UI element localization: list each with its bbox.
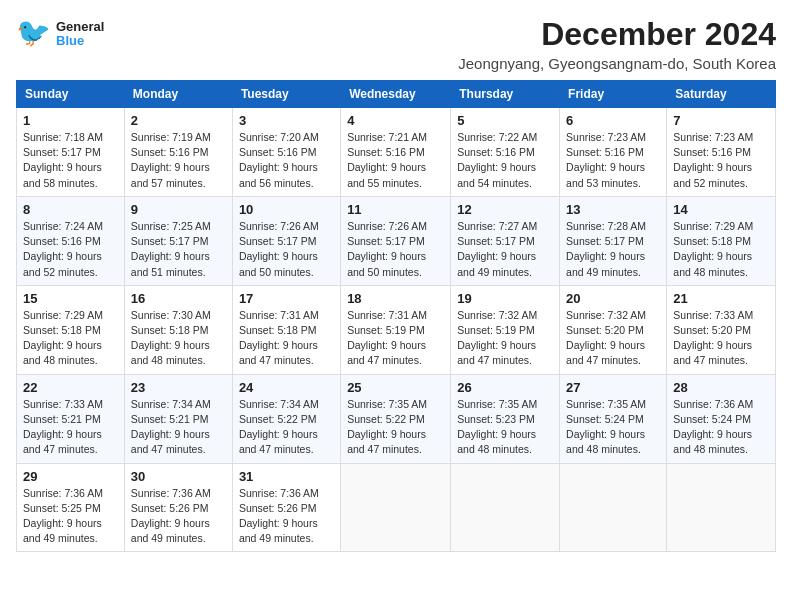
day-number: 28	[673, 380, 769, 395]
logo: 🐦 General Blue	[16, 16, 104, 52]
day-info: Sunrise: 7:24 AMSunset: 5:16 PMDaylight:…	[23, 219, 118, 280]
calendar-cell: 16Sunrise: 7:30 AMSunset: 5:18 PMDayligh…	[124, 285, 232, 374]
calendar-subtitle: Jeongnyang, Gyeongsangnam-do, South Kore…	[458, 55, 776, 72]
day-number: 8	[23, 202, 118, 217]
day-info: Sunrise: 7:31 AMSunset: 5:18 PMDaylight:…	[239, 308, 334, 369]
day-info: Sunrise: 7:30 AMSunset: 5:18 PMDaylight:…	[131, 308, 226, 369]
day-number: 19	[457, 291, 553, 306]
day-info: Sunrise: 7:23 AMSunset: 5:16 PMDaylight:…	[673, 130, 769, 191]
day-number: 7	[673, 113, 769, 128]
day-info: Sunrise: 7:35 AMSunset: 5:23 PMDaylight:…	[457, 397, 553, 458]
calendar-cell: 8Sunrise: 7:24 AMSunset: 5:16 PMDaylight…	[17, 196, 125, 285]
calendar-cell: 29Sunrise: 7:36 AMSunset: 5:25 PMDayligh…	[17, 463, 125, 552]
day-info: Sunrise: 7:35 AMSunset: 5:24 PMDaylight:…	[566, 397, 660, 458]
day-info: Sunrise: 7:25 AMSunset: 5:17 PMDaylight:…	[131, 219, 226, 280]
day-number: 23	[131, 380, 226, 395]
day-info: Sunrise: 7:20 AMSunset: 5:16 PMDaylight:…	[239, 130, 334, 191]
weekday-header-row: SundayMondayTuesdayWednesdayThursdayFrid…	[17, 81, 776, 108]
calendar-cell	[341, 463, 451, 552]
calendar-cell: 11Sunrise: 7:26 AMSunset: 5:17 PMDayligh…	[341, 196, 451, 285]
day-info: Sunrise: 7:36 AMSunset: 5:25 PMDaylight:…	[23, 486, 118, 547]
week-row-2: 8Sunrise: 7:24 AMSunset: 5:16 PMDaylight…	[17, 196, 776, 285]
weekday-header-saturday: Saturday	[667, 81, 776, 108]
day-info: Sunrise: 7:22 AMSunset: 5:16 PMDaylight:…	[457, 130, 553, 191]
calendar-cell: 10Sunrise: 7:26 AMSunset: 5:17 PMDayligh…	[232, 196, 340, 285]
day-number: 11	[347, 202, 444, 217]
day-info: Sunrise: 7:32 AMSunset: 5:19 PMDaylight:…	[457, 308, 553, 369]
calendar-table: SundayMondayTuesdayWednesdayThursdayFrid…	[16, 80, 776, 552]
weekday-header-sunday: Sunday	[17, 81, 125, 108]
day-number: 1	[23, 113, 118, 128]
calendar-cell: 14Sunrise: 7:29 AMSunset: 5:18 PMDayligh…	[667, 196, 776, 285]
day-info: Sunrise: 7:31 AMSunset: 5:19 PMDaylight:…	[347, 308, 444, 369]
day-info: Sunrise: 7:34 AMSunset: 5:22 PMDaylight:…	[239, 397, 334, 458]
calendar-cell	[451, 463, 560, 552]
logo-icon: 🐦	[16, 16, 52, 52]
day-number: 26	[457, 380, 553, 395]
calendar-cell: 4Sunrise: 7:21 AMSunset: 5:16 PMDaylight…	[341, 108, 451, 197]
calendar-cell: 25Sunrise: 7:35 AMSunset: 5:22 PMDayligh…	[341, 374, 451, 463]
day-number: 9	[131, 202, 226, 217]
day-info: Sunrise: 7:26 AMSunset: 5:17 PMDaylight:…	[239, 219, 334, 280]
calendar-cell: 21Sunrise: 7:33 AMSunset: 5:20 PMDayligh…	[667, 285, 776, 374]
day-number: 24	[239, 380, 334, 395]
day-number: 6	[566, 113, 660, 128]
calendar-cell: 15Sunrise: 7:29 AMSunset: 5:18 PMDayligh…	[17, 285, 125, 374]
day-number: 10	[239, 202, 334, 217]
day-info: Sunrise: 7:18 AMSunset: 5:17 PMDaylight:…	[23, 130, 118, 191]
day-number: 18	[347, 291, 444, 306]
day-number: 4	[347, 113, 444, 128]
calendar-cell: 5Sunrise: 7:22 AMSunset: 5:16 PMDaylight…	[451, 108, 560, 197]
day-info: Sunrise: 7:32 AMSunset: 5:20 PMDaylight:…	[566, 308, 660, 369]
day-info: Sunrise: 7:23 AMSunset: 5:16 PMDaylight:…	[566, 130, 660, 191]
day-info: Sunrise: 7:29 AMSunset: 5:18 PMDaylight:…	[23, 308, 118, 369]
day-number: 29	[23, 469, 118, 484]
day-info: Sunrise: 7:36 AMSunset: 5:24 PMDaylight:…	[673, 397, 769, 458]
day-number: 17	[239, 291, 334, 306]
calendar-cell: 27Sunrise: 7:35 AMSunset: 5:24 PMDayligh…	[560, 374, 667, 463]
week-row-1: 1Sunrise: 7:18 AMSunset: 5:17 PMDaylight…	[17, 108, 776, 197]
weekday-header-thursday: Thursday	[451, 81, 560, 108]
svg-text:🐦: 🐦	[16, 16, 51, 49]
calendar-cell: 17Sunrise: 7:31 AMSunset: 5:18 PMDayligh…	[232, 285, 340, 374]
day-number: 15	[23, 291, 118, 306]
logo-general-text: General	[56, 20, 104, 34]
day-info: Sunrise: 7:28 AMSunset: 5:17 PMDaylight:…	[566, 219, 660, 280]
calendar-cell	[667, 463, 776, 552]
logo-blue-text: Blue	[56, 34, 104, 48]
day-number: 12	[457, 202, 553, 217]
logo-label: General Blue	[56, 20, 104, 49]
weekday-header-monday: Monday	[124, 81, 232, 108]
calendar-cell: 26Sunrise: 7:35 AMSunset: 5:23 PMDayligh…	[451, 374, 560, 463]
calendar-title: December 2024	[458, 16, 776, 53]
day-number: 2	[131, 113, 226, 128]
calendar-cell: 20Sunrise: 7:32 AMSunset: 5:20 PMDayligh…	[560, 285, 667, 374]
day-info: Sunrise: 7:34 AMSunset: 5:21 PMDaylight:…	[131, 397, 226, 458]
day-info: Sunrise: 7:21 AMSunset: 5:16 PMDaylight:…	[347, 130, 444, 191]
header: 🐦 General Blue December 2024 Jeongnyang,…	[16, 16, 776, 72]
day-info: Sunrise: 7:36 AMSunset: 5:26 PMDaylight:…	[239, 486, 334, 547]
weekday-header-tuesday: Tuesday	[232, 81, 340, 108]
calendar-cell: 22Sunrise: 7:33 AMSunset: 5:21 PMDayligh…	[17, 374, 125, 463]
day-number: 21	[673, 291, 769, 306]
calendar-cell: 6Sunrise: 7:23 AMSunset: 5:16 PMDaylight…	[560, 108, 667, 197]
weekday-header-friday: Friday	[560, 81, 667, 108]
calendar-cell: 9Sunrise: 7:25 AMSunset: 5:17 PMDaylight…	[124, 196, 232, 285]
calendar-cell: 7Sunrise: 7:23 AMSunset: 5:16 PMDaylight…	[667, 108, 776, 197]
day-info: Sunrise: 7:35 AMSunset: 5:22 PMDaylight:…	[347, 397, 444, 458]
day-number: 16	[131, 291, 226, 306]
day-number: 3	[239, 113, 334, 128]
calendar-cell: 12Sunrise: 7:27 AMSunset: 5:17 PMDayligh…	[451, 196, 560, 285]
day-info: Sunrise: 7:36 AMSunset: 5:26 PMDaylight:…	[131, 486, 226, 547]
calendar-cell: 1Sunrise: 7:18 AMSunset: 5:17 PMDaylight…	[17, 108, 125, 197]
calendar-cell	[560, 463, 667, 552]
day-number: 13	[566, 202, 660, 217]
day-number: 14	[673, 202, 769, 217]
calendar-cell: 23Sunrise: 7:34 AMSunset: 5:21 PMDayligh…	[124, 374, 232, 463]
calendar-cell: 19Sunrise: 7:32 AMSunset: 5:19 PMDayligh…	[451, 285, 560, 374]
calendar-cell: 18Sunrise: 7:31 AMSunset: 5:19 PMDayligh…	[341, 285, 451, 374]
calendar-cell: 13Sunrise: 7:28 AMSunset: 5:17 PMDayligh…	[560, 196, 667, 285]
calendar-cell: 24Sunrise: 7:34 AMSunset: 5:22 PMDayligh…	[232, 374, 340, 463]
day-number: 5	[457, 113, 553, 128]
day-info: Sunrise: 7:19 AMSunset: 5:16 PMDaylight:…	[131, 130, 226, 191]
